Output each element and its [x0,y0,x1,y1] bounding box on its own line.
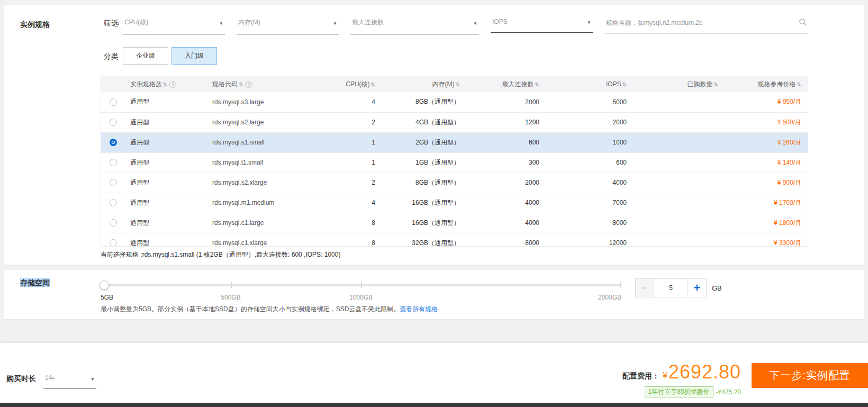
cell-price: ¥ 900/月 [726,173,808,193]
header-instance-family: 实例规格族 [125,76,207,92]
cell-instance-family: 通用型 [125,132,207,152]
slider-max-label: 2000GB [598,294,621,301]
cell-instance-family: 通用型 [125,112,207,132]
cell-price: ¥ 500/月 [726,112,808,132]
cpu-filter-select[interactable]: CPU(核) [123,18,225,34]
table-row[interactable]: 通用型 rds.mysql.c1.large 8 16GB（通用型） 4000 … [101,213,808,233]
header-reference-price: 规格参考价格 [726,76,808,92]
chevron-down-icon [333,19,337,26]
current-selection-text: 当前选择规格 :rds.mysql.s1.small (1 核2GB（通用型）,… [101,250,808,259]
spec-search-box [604,18,808,33]
table-row[interactable]: 通用型 rds.mysql.s2.xlarge 2 8GB（通用型） 2000 … [101,173,808,193]
chevron-down-icon [219,19,223,26]
category-enterprise-button[interactable]: 企业级 [123,47,168,65]
iops-filter-select[interactable]: IOPS [491,18,593,33]
next-step-button[interactable]: 下一步:实例配置 [752,363,868,388]
cell-cpu: 8 [319,233,383,247]
section-title-instance-spec: 实例规格 [4,18,101,259]
sort-icon[interactable] [714,80,718,88]
cell-price: ¥ 140/月 [726,152,808,173]
table-row[interactable]: 通用型 rds.mysql.c1.xlarge 8 32GB（通用型） 8000… [101,233,808,247]
cell-cpu: 4 [319,193,383,213]
help-icon[interactable] [245,81,252,88]
row-radio[interactable] [110,219,117,227]
cell-cpu: 4 [319,92,383,112]
category-row: 分类 企业级 入门级 [101,47,808,65]
memory-filter-value: 内存(M) [238,18,260,27]
row-radio[interactable] [110,239,117,247]
duration-label: 购买时长 [6,374,36,383]
row-radio[interactable] [110,199,117,206]
filter-row: 筛选 CPU(核) 内存(M) 最大连接数 IOPS [101,18,808,34]
view-all-specs-link[interactable]: 查看所有规格 [400,305,438,313]
cell-cpu: 2 [319,173,383,193]
table-row[interactable]: 通用型 rds.mysql.s1.small 1 2GB（通用型） 600 10… [101,132,808,152]
slider-labels: 5GB 500GB 1000GB 2000GB [101,294,621,302]
slider-min-label: 5GB [101,294,113,301]
row-radio[interactable] [110,98,117,106]
cpu-filter-value: CPU(核) [124,18,148,27]
help-icon[interactable] [169,81,176,88]
chevron-down-icon [587,18,591,25]
cell-memory: 16GB（通用型） [383,193,467,213]
cell-memory: 2GB（通用型） [383,132,467,152]
cell-cpu: 1 [319,152,383,173]
cell-cpu: 2 [319,112,383,132]
sort-icon[interactable] [797,80,801,88]
memory-filter-select[interactable]: 内存(M) [237,18,339,34]
header-radio-column [101,76,125,92]
cell-purchased-count [634,173,726,193]
cell-iops: 12000 [547,233,634,247]
cell-purchased-count [634,193,726,213]
row-radio[interactable] [110,119,117,126]
cell-max-connections: 300 [467,152,547,173]
header-spec-code: 规格代码 [207,76,319,92]
sort-icon[interactable] [456,80,460,88]
spec-search-input[interactable] [606,19,799,26]
cell-max-connections: 600 [467,132,547,152]
table-header-row: 实例规格族 规格代码 CPU(核) 内存(M) [101,76,808,92]
fee-label: 配置费用： [622,372,659,381]
storage-value-input[interactable] [654,278,688,297]
cell-price: ¥ 1800/月 [726,213,808,233]
currency-symbol: ¥ [663,371,667,381]
spec-table-body: 通用型 rds.mysql.s3.large 4 8GB（通用型） 2000 5… [101,92,808,247]
cell-purchased-count [634,92,726,112]
category-entry-level-button[interactable]: 入门级 [171,47,217,65]
cell-memory: 4GB（通用型） [383,112,467,132]
chevron-down-icon [473,19,477,26]
row-radio[interactable] [110,159,117,166]
row-radio[interactable] [110,179,117,186]
table-row[interactable]: 通用型 rds.mysql.m1.medium 4 16GB（通用型） 4000… [101,193,808,213]
cell-spec-code: rds.mysql.s2.xlarge [207,173,319,193]
increase-storage-button[interactable]: + [688,278,707,297]
cell-iops: 1000 [547,132,634,152]
cell-memory: 8GB（通用型） [383,92,467,112]
decrease-storage-button[interactable]: − [635,278,654,297]
table-row[interactable]: 通用型 rds.mysql.t1.small 1 1GB（通用型） 300 60… [101,152,808,173]
instance-spec-card: 实例规格 筛选 CPU(核) 内存(M) 最大连接数 IOPS [4,5,864,265]
cell-cpu: 1 [319,132,383,152]
sort-icon[interactable] [163,80,167,88]
header-memory: 内存(M) [383,76,467,92]
slider-track[interactable] [101,281,621,290]
sort-icon[interactable] [239,80,243,88]
search-icon[interactable] [799,18,807,28]
sort-icon[interactable] [371,80,375,88]
cell-memory: 8GB（通用型） [383,173,467,193]
cell-instance-family: 通用型 [125,193,207,213]
sort-icon[interactable] [535,80,539,88]
cell-max-connections: 2000 [467,173,547,193]
row-radio[interactable] [110,139,117,146]
max-connections-filter-select[interactable]: 最大连接数 [350,18,479,34]
sort-icon[interactable] [622,80,627,88]
chevron-down-icon [91,375,95,382]
table-row[interactable]: 通用型 rds.mysql.s2.large 2 4GB（通用型） 1200 2… [101,112,808,132]
cell-max-connections: 1200 [467,112,547,132]
table-row[interactable]: 通用型 rds.mysql.s3.large 4 8GB（通用型） 2000 5… [101,92,808,112]
cell-spec-code: rds.mysql.s1.small [207,132,319,152]
header-max-connections: 最大连接数 [467,76,547,92]
slider-handle[interactable] [100,281,109,290]
fee-area: 配置费用： ¥ 2692.80 1年付立享85折优惠价 -¥475.20 [622,361,741,397]
duration-select[interactable]: 1年 [43,374,96,388]
